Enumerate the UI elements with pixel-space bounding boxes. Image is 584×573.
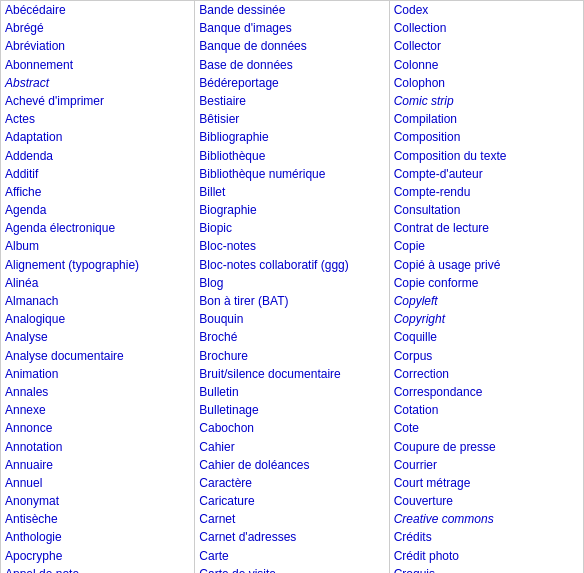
list-item[interactable]: Caractère <box>195 474 388 492</box>
list-item[interactable]: Abstract <box>1 74 194 92</box>
list-item[interactable]: Base de données <box>195 56 388 74</box>
list-item[interactable]: Brochure <box>195 347 388 365</box>
list-item[interactable]: Anthologie <box>1 528 194 546</box>
list-item[interactable]: Bédéreportage <box>195 74 388 92</box>
list-item[interactable]: Biographie <box>195 201 388 219</box>
list-item[interactable]: Addenda <box>1 147 194 165</box>
list-item[interactable]: Adaptation <box>1 128 194 146</box>
list-item[interactable]: Croquis <box>390 565 583 573</box>
column-1: AbécédaireAbrégéAbréviationAbonnementAbs… <box>1 1 195 573</box>
list-item[interactable]: Carnet d'adresses <box>195 528 388 546</box>
list-item[interactable]: Couverture <box>390 492 583 510</box>
list-item[interactable]: Crédits <box>390 528 583 546</box>
list-item[interactable]: Alinéa <box>1 274 194 292</box>
list-item[interactable]: Biopic <box>195 219 388 237</box>
list-item[interactable]: Crédit photo <box>390 547 583 565</box>
list-item[interactable]: Affiche <box>1 183 194 201</box>
list-item[interactable]: Actes <box>1 110 194 128</box>
list-item[interactable]: Anonymat <box>1 492 194 510</box>
list-item[interactable]: Cahier <box>195 438 388 456</box>
list-item[interactable]: Bande dessinée <box>195 1 388 19</box>
list-item[interactable]: Bêtisier <box>195 110 388 128</box>
list-item[interactable]: Copyright <box>390 310 583 328</box>
main-table: AbécédaireAbrégéAbréviationAbonnementAbs… <box>0 0 584 573</box>
list-item[interactable]: Coquille <box>390 328 583 346</box>
list-item[interactable]: Billet <box>195 183 388 201</box>
list-item[interactable]: Copie <box>390 237 583 255</box>
list-item[interactable]: Bloc-notes collaboratif (ggg) <box>195 256 388 274</box>
list-item[interactable]: Bulletinage <box>195 401 388 419</box>
list-item[interactable]: Court métrage <box>390 474 583 492</box>
list-item[interactable]: Album <box>1 237 194 255</box>
list-item[interactable]: Animation <box>1 365 194 383</box>
list-item[interactable]: Additif <box>1 165 194 183</box>
list-item[interactable]: Compte-rendu <box>390 183 583 201</box>
list-item[interactable]: Abréviation <box>1 37 194 55</box>
list-item[interactable]: Compte-d'auteur <box>390 165 583 183</box>
list-item[interactable]: Collection <box>390 19 583 37</box>
list-item[interactable]: Codex <box>390 1 583 19</box>
list-item[interactable]: Abonnement <box>1 56 194 74</box>
list-item[interactable]: Cotation <box>390 401 583 419</box>
list-item[interactable]: Agenda électronique <box>1 219 194 237</box>
list-item[interactable]: Analyse documentaire <box>1 347 194 365</box>
list-item[interactable]: Almanach <box>1 292 194 310</box>
list-item[interactable]: Achevé d'imprimer <box>1 92 194 110</box>
list-item[interactable]: Collector <box>390 37 583 55</box>
list-item[interactable]: Bruit/silence documentaire <box>195 365 388 383</box>
list-item[interactable]: Annotation <box>1 438 194 456</box>
list-item[interactable]: Bibliographie <box>195 128 388 146</box>
list-item[interactable]: Composition du texte <box>390 147 583 165</box>
list-item[interactable]: Banque de données <box>195 37 388 55</box>
list-item[interactable]: Antisèche <box>1 510 194 528</box>
list-item[interactable]: Creative commons <box>390 510 583 528</box>
list-item[interactable]: Analyse <box>1 328 194 346</box>
list-item[interactable]: Copyleft <box>390 292 583 310</box>
list-item[interactable]: Annexe <box>1 401 194 419</box>
list-item[interactable]: Apocryphe <box>1 547 194 565</box>
list-item[interactable]: Bon à tirer (BAT) <box>195 292 388 310</box>
list-item[interactable]: Bloc-notes <box>195 237 388 255</box>
list-item[interactable]: Consultation <box>390 201 583 219</box>
list-item[interactable]: Colonne <box>390 56 583 74</box>
list-item[interactable]: Appel de note <box>1 565 194 573</box>
list-item[interactable]: Annuaire <box>1 456 194 474</box>
list-item[interactable]: Composition <box>390 128 583 146</box>
list-item[interactable]: Comic strip <box>390 92 583 110</box>
list-item[interactable]: Bouquin <box>195 310 388 328</box>
list-item[interactable]: Broché <box>195 328 388 346</box>
list-item[interactable]: Compilation <box>390 110 583 128</box>
list-item[interactable]: Correction <box>390 365 583 383</box>
list-item[interactable]: Bulletin <box>195 383 388 401</box>
list-item[interactable]: Caricature <box>195 492 388 510</box>
list-item[interactable]: Colophon <box>390 74 583 92</box>
list-item[interactable]: Carte <box>195 547 388 565</box>
list-item[interactable]: Corpus <box>390 347 583 365</box>
list-item[interactable]: Analogique <box>1 310 194 328</box>
list-item[interactable]: Abécédaire <box>1 1 194 19</box>
list-item[interactable]: Bibliothèque <box>195 147 388 165</box>
list-item[interactable]: Banque d'images <box>195 19 388 37</box>
list-item[interactable]: Copié à usage privé <box>390 256 583 274</box>
list-item[interactable]: Alignement (typographie) <box>1 256 194 274</box>
list-item[interactable]: Abrégé <box>1 19 194 37</box>
list-item[interactable]: Contrat de lecture <box>390 219 583 237</box>
list-item[interactable]: Correspondance <box>390 383 583 401</box>
list-item[interactable]: Annuel <box>1 474 194 492</box>
list-item[interactable]: Carte de visite <box>195 565 388 573</box>
list-item[interactable]: Coupure de presse <box>390 438 583 456</box>
list-item[interactable]: Annales <box>1 383 194 401</box>
list-item[interactable]: Cote <box>390 419 583 437</box>
list-item[interactable]: Cabochon <box>195 419 388 437</box>
list-item[interactable]: Annonce <box>1 419 194 437</box>
list-item[interactable]: Bibliothèque numérique <box>195 165 388 183</box>
list-item[interactable]: Courrier <box>390 456 583 474</box>
column-3: CodexCollectionCollectorColonneColophonC… <box>390 1 583 573</box>
list-item[interactable]: Cahier de doléances <box>195 456 388 474</box>
list-item[interactable]: Carnet <box>195 510 388 528</box>
list-item[interactable]: Bestiaire <box>195 92 388 110</box>
list-item[interactable]: Copie conforme <box>390 274 583 292</box>
list-item[interactable]: Blog <box>195 274 388 292</box>
column-2: Bande dessinéeBanque d'imagesBanque de d… <box>195 1 389 573</box>
list-item[interactable]: Agenda <box>1 201 194 219</box>
